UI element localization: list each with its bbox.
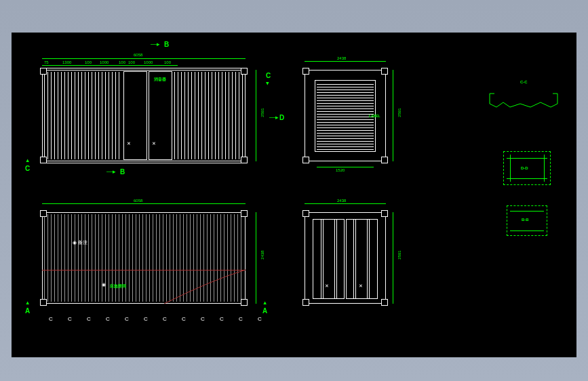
emerg-label: 应急照明: [110, 283, 126, 289]
muffler-label: 消音器: [154, 77, 166, 83]
detail-bb-label: B-B: [522, 218, 529, 222]
detail-top: C-C: [486, 77, 561, 114]
section-c-right: C: [266, 72, 271, 79]
end-view-plain: LABEL: [305, 70, 386, 161]
corner-castings: C C C C C C C C C C C C: [49, 316, 269, 322]
curve-line: [42, 212, 246, 304]
cad-canvas[interactable]: ✕ ✕ 消音器 6058 75 1300 100 1000 100 100 10…: [12, 33, 576, 357]
side-view-doors: ✕ ✕ 消音器: [42, 70, 246, 161]
section-b-top: B: [164, 41, 169, 48]
section-a-right: A: [262, 307, 267, 315]
section-c-left: C: [25, 165, 30, 172]
section-b-bot: B: [120, 168, 125, 176]
section-d: D: [279, 114, 284, 121]
detail-mid: D-D: [503, 151, 551, 188]
dim-length: 6058: [134, 53, 142, 57]
note-label: ◉ 备注: [73, 239, 87, 246]
detail-dd-label: D-D: [521, 166, 528, 170]
section-a-left: A: [25, 307, 30, 315]
detail-bottom: B-B: [507, 205, 547, 239]
end-view-doors: ✕ ✕: [305, 212, 386, 304]
side-view-plain: ◉ 备注 应急照明 ◉: [42, 212, 246, 304]
detail-cc-label: C-C: [520, 80, 528, 84]
